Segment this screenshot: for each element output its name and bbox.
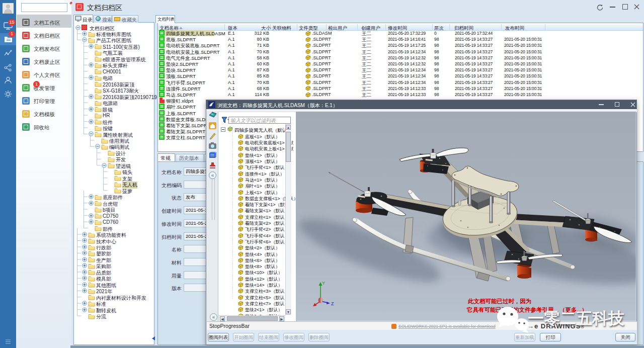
svg-text:它具有可能已更新的文件参考引用。（更多...）: 它具有可能已更新的文件参考引用。（更多...） xyxy=(467,306,588,313)
svg-text:Z: Z xyxy=(331,301,334,306)
svg-text:Y: Y xyxy=(322,281,325,286)
svg-text:此文档可能已过时，因为: 此文档可能已过时，因为 xyxy=(467,298,532,304)
